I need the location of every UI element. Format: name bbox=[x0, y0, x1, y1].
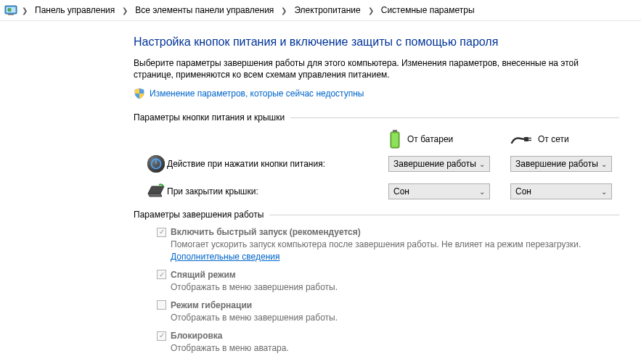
row-power-button-label: Действие при нажатии кнопки питания: bbox=[167, 159, 388, 170]
sd-item-sleep: Спящий режим Отображать в меню завершени… bbox=[157, 270, 619, 293]
chevron-right-icon: ❯ bbox=[278, 7, 290, 15]
columns-header: От батареи От сети bbox=[145, 130, 619, 149]
control-panel-icon bbox=[4, 4, 17, 17]
change-unavailable-link[interactable]: Изменение параметров, которые сейчас нед… bbox=[150, 88, 364, 99]
svg-point-11 bbox=[147, 155, 165, 173]
breadcrumb-item[interactable]: Панель управления bbox=[32, 4, 118, 17]
lid-icon bbox=[145, 183, 167, 199]
breadcrumb: ❯ Панель управления ❯ Все элементы панел… bbox=[0, 0, 641, 21]
select-value: Завершение работы bbox=[393, 159, 476, 169]
sd-item-title: Спящий режим bbox=[171, 270, 236, 280]
sd-item-desc: Помогает ускорить запуск компьютера посл… bbox=[171, 239, 619, 262]
svg-point-2 bbox=[8, 8, 12, 12]
content-area: Настройка кнопок питания и включение защ… bbox=[0, 21, 641, 364]
group-header-label: Параметры завершения работы bbox=[134, 210, 269, 220]
page-title: Настройка кнопок питания и включение защ… bbox=[134, 36, 619, 49]
col-battery: От батареи bbox=[388, 130, 490, 149]
breadcrumb-item[interactable]: Все элементы панели управления bbox=[132, 4, 277, 17]
select-lid-ac[interactable]: Сон ⌄ bbox=[510, 183, 612, 199]
svg-rect-6 bbox=[392, 133, 399, 147]
sd-item-lock: Блокировка Отображать в меню аватара. bbox=[157, 331, 619, 354]
power-button-icon bbox=[145, 154, 167, 173]
chevron-down-icon: ⌄ bbox=[601, 188, 607, 196]
row-power-button: Действие при нажатии кнопки питания: Зав… bbox=[145, 154, 619, 173]
row-lid-label: При закрытии крышки: bbox=[167, 186, 388, 198]
group-header-shutdown: Параметры завершения работы bbox=[134, 210, 619, 220]
sd-item-desc: Отображать в меню завершения работы. bbox=[171, 312, 619, 323]
checkbox[interactable] bbox=[157, 228, 166, 237]
sd-item-hibernate: Режим гибернации Отображать в меню завер… bbox=[157, 300, 619, 323]
row-lid: При закрытии крышки: Сон ⌄ Сон ⌄ bbox=[145, 183, 619, 199]
select-power-button-battery[interactable]: Завершение работы ⌄ bbox=[388, 156, 490, 172]
col-ac: От сети bbox=[510, 130, 612, 149]
plug-icon bbox=[510, 133, 532, 146]
svg-rect-7 bbox=[524, 137, 528, 141]
page-description: Выберите параметры завершения работы для… bbox=[134, 57, 619, 80]
chevron-right-icon: ❯ bbox=[365, 7, 377, 15]
checkbox[interactable] bbox=[157, 270, 166, 279]
sd-item-fast-startup: Включить быстрый запуск (рекомендуется) … bbox=[157, 227, 619, 262]
group-header-power: Параметры кнопки питания и крышки bbox=[134, 112, 619, 123]
shutdown-list: Включить быстрый запуск (рекомендуется) … bbox=[157, 227, 619, 354]
chevron-down-icon: ⌄ bbox=[479, 160, 485, 168]
change-unavailable-row: Изменение параметров, которые сейчас нед… bbox=[134, 88, 619, 99]
chevron-right-icon: ❯ bbox=[119, 7, 131, 15]
battery-icon bbox=[388, 130, 401, 149]
power-grid: От батареи От сети Действие при нажатии … bbox=[145, 130, 619, 199]
svg-rect-3 bbox=[8, 14, 14, 15]
chevron-right-icon: ❯ bbox=[19, 7, 30, 15]
breadcrumb-item[interactable]: Системные параметры bbox=[378, 4, 478, 17]
select-value: Завершение работы bbox=[515, 159, 598, 169]
breadcrumb-item[interactable]: Электропитание bbox=[291, 4, 363, 17]
select-value: Сон bbox=[515, 186, 531, 197]
sd-item-title: Режим гибернации bbox=[171, 300, 252, 310]
group-header-label: Параметры кнопки питания и крышки bbox=[134, 112, 290, 123]
sd-item-desc: Отображать в меню аватара. bbox=[171, 342, 619, 354]
select-power-button-ac[interactable]: Завершение работы ⌄ bbox=[510, 156, 612, 172]
select-lid-battery[interactable]: Сон ⌄ bbox=[388, 183, 490, 199]
more-info-link[interactable]: Дополнительные сведения bbox=[171, 252, 279, 262]
col-ac-label: От сети bbox=[538, 134, 569, 144]
shield-icon bbox=[134, 88, 145, 99]
chevron-down-icon: ⌄ bbox=[479, 188, 485, 196]
col-battery-label: От батареи bbox=[407, 134, 453, 144]
sd-item-title: Блокировка bbox=[171, 331, 223, 341]
sd-item-title: Включить быстрый запуск (рекомендуется) bbox=[171, 227, 361, 237]
checkbox[interactable] bbox=[157, 300, 166, 310]
sd-item-desc: Отображать в меню завершения работы. bbox=[171, 281, 619, 293]
chevron-down-icon: ⌄ bbox=[601, 160, 607, 168]
select-value: Сон bbox=[393, 186, 409, 197]
checkbox[interactable] bbox=[157, 331, 166, 341]
